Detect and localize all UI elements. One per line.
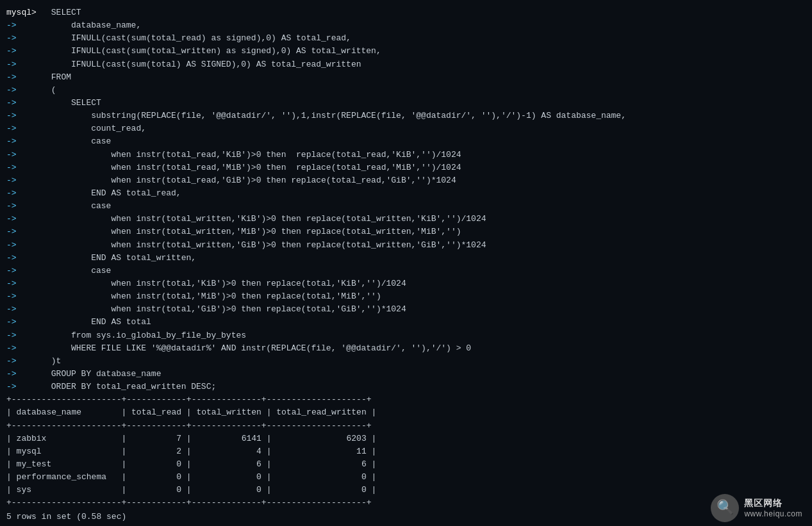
terminal-line: -> when instr(total_read,'MiB')>0 then r… <box>0 161 812 174</box>
result-footer: 5 rows in set (0.58 sec) <box>0 509 812 525</box>
prompt: -> <box>6 187 46 200</box>
line-content: database_name, <box>46 19 141 32</box>
line-content: from sys.io_global_by_file_by_bytes <box>46 329 246 342</box>
terminal-line: -> when instr(total_written,'KiB')>0 the… <box>0 213 812 226</box>
line-content: when instr(total_read,'MiB')>0 then repl… <box>46 161 461 174</box>
watermark: 🔍 黑区网络 www.heiqu.com <box>711 494 802 522</box>
line-content: substring(REPLACE(file, '@@datadir/', ''… <box>46 110 626 122</box>
prompt: -> <box>6 316 46 329</box>
line-content: IFNULL(cast(sum(total_read) as signed),0… <box>46 32 351 45</box>
prompt: -> <box>6 290 46 303</box>
prompt: -> <box>6 265 46 277</box>
terminal-line: -> when instr(total_read,'GiB')>0 then r… <box>0 174 812 187</box>
terminal-line: -> case <box>0 265 812 277</box>
prompt: -> <box>6 213 46 226</box>
line-content: when instr(total_written,'MiB')>0 then r… <box>46 226 461 238</box>
prompt: -> <box>6 239 46 252</box>
prompt: -> <box>6 355 46 368</box>
line-content: END AS total_written, <box>46 252 196 265</box>
prompt: -> <box>6 329 46 342</box>
prompt: -> <box>6 200 46 213</box>
line-content: when instr(total_read,'KiB')>0 then repl… <box>46 149 461 161</box>
line-content: when instr(total_written,'KiB')>0 then r… <box>46 213 486 226</box>
line-content: END AS total_read, <box>46 187 181 200</box>
line-content: ORDER BY total_read_written DESC; <box>46 381 216 393</box>
line-content: case <box>46 265 111 277</box>
line-content: when instr(total,'GiB')>0 then replace(t… <box>46 303 406 316</box>
prompt: -> <box>6 174 46 187</box>
terminal-line: -> when instr(total_read,'KiB')>0 then r… <box>0 149 812 161</box>
prompt: -> <box>6 277 46 290</box>
table-line: | database_name | total_read | total_wri… <box>0 406 812 419</box>
watermark-text: 黑区网络 www.heiqu.com <box>744 498 802 518</box>
terminal-line: -> FROM <box>0 71 812 84</box>
prompt: mysql> <box>6 6 46 19</box>
prompt: -> <box>6 381 46 393</box>
prompt: -> <box>6 97 46 110</box>
line-content: END AS total <box>46 316 151 329</box>
prompt: -> <box>6 135 46 148</box>
table-line: | zabbix | 7 | 6141 | 6203 | <box>0 432 812 445</box>
line-content: FROM <box>46 71 71 84</box>
prompt: -> <box>6 71 46 84</box>
table-line: | my_test | 0 | 6 | 6 | <box>0 458 812 471</box>
terminal-line: -> when instr(total,'MiB')>0 then replac… <box>0 290 812 303</box>
code-content: mysql> SELECT -> database_name, -> IFNUL… <box>0 6 812 525</box>
terminal-window: mysql> SELECT -> database_name, -> IFNUL… <box>0 0 812 526</box>
line-content: IFNULL(cast(sum(total) AS SIGNED),0) AS … <box>46 58 361 71</box>
watermark-site-url: www.heiqu.com <box>744 509 802 518</box>
table-line: | sys | 0 | 0 | 0 | <box>0 484 812 497</box>
line-content: SELECT <box>46 6 81 19</box>
terminal-line: -> WHERE FILE LIKE '%@@datadir%' AND ins… <box>0 342 812 355</box>
watermark-site-name: 黑区网络 <box>744 498 783 509</box>
terminal-line: -> from sys.io_global_by_file_by_bytes <box>0 329 812 342</box>
terminal-line: -> IFNULL(cast(sum(total_written) as sig… <box>0 45 812 58</box>
line-content: when instr(total,'MiB')>0 then replace(t… <box>46 290 381 303</box>
prompt: -> <box>6 58 46 71</box>
prompt: -> <box>6 149 46 161</box>
line-content: case <box>46 135 111 148</box>
prompt: -> <box>6 19 46 32</box>
terminal-line: -> IFNULL(cast(sum(total_read) as signed… <box>0 32 812 45</box>
line-content: when instr(total_read,'GiB')>0 then repl… <box>46 174 456 187</box>
terminal-line: -> SELECT <box>0 97 812 110</box>
prompt: -> <box>6 226 46 238</box>
line-content: GROUP BY database_name <box>46 368 161 381</box>
terminal-line: -> when instr(total,'KiB')>0 then replac… <box>0 277 812 290</box>
terminal-line: -> END AS total <box>0 316 812 329</box>
line-content: when instr(total,'KiB')>0 then replace(t… <box>46 277 406 290</box>
watermark-icon: 🔍 <box>711 494 739 522</box>
terminal-line: -> substring(REPLACE(file, '@@datadir/',… <box>0 110 812 122</box>
terminal-line: -> )t <box>0 355 812 368</box>
prompt: -> <box>6 110 46 122</box>
prompt: -> <box>6 32 46 45</box>
terminal-line: -> database_name, <box>0 19 812 32</box>
terminal-line: -> when instr(total_written,'MiB')>0 the… <box>0 226 812 238</box>
line-content: SELECT <box>46 97 101 110</box>
prompt: -> <box>6 368 46 381</box>
terminal-line: -> GROUP BY database_name <box>0 368 812 381</box>
line-content: IFNULL(cast(sum(total_written) as signed… <box>46 45 381 58</box>
prompt: -> <box>6 84 46 97</box>
terminal-line: -> case <box>0 200 812 213</box>
terminal-line: -> IFNULL(cast(sum(total) AS SIGNED),0) … <box>0 58 812 71</box>
table-line: +----------------------+------------+---… <box>0 420 812 432</box>
prompt: -> <box>6 161 46 174</box>
terminal-line: -> END AS total_read, <box>0 187 812 200</box>
terminal-line: -> when instr(total_written,'GiB')>0 the… <box>0 239 812 252</box>
prompt: -> <box>6 45 46 58</box>
line-content: when instr(total_written,'GiB')>0 then r… <box>46 239 486 252</box>
prompt: -> <box>6 303 46 316</box>
prompt: -> <box>6 252 46 265</box>
terminal-line: -> ( <box>0 84 812 97</box>
table-line: +----------------------+------------+---… <box>0 497 812 509</box>
terminal-line: -> case <box>0 135 812 148</box>
terminal-line: -> END AS total_written, <box>0 252 812 265</box>
terminal-line: -> ORDER BY total_read_written DESC; <box>0 381 812 393</box>
table-line: | performance_schema | 0 | 0 | 0 | <box>0 471 812 484</box>
line-content: case <box>46 200 111 213</box>
table-line: | mysql | 2 | 4 | 11 | <box>0 445 812 458</box>
line-content: ( <box>46 84 56 97</box>
line-content: )t <box>46 355 61 368</box>
terminal-line: mysql> SELECT <box>0 6 812 19</box>
